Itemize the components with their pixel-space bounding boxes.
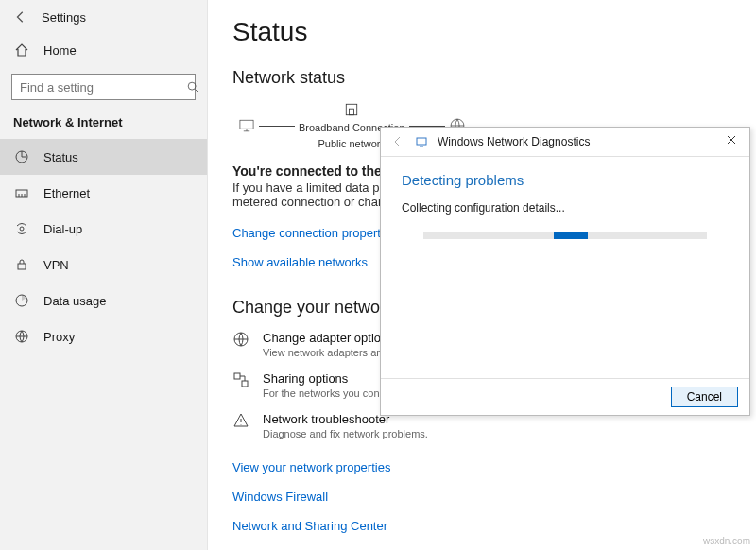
sidebar-item-label: Proxy	[43, 330, 75, 344]
page-title: Status	[232, 17, 731, 47]
sidebar-item-label: Status	[43, 150, 78, 164]
connection-line	[259, 126, 295, 127]
link-network-properties[interactable]: View your network properties	[232, 460, 390, 474]
sidebar-item-label: Ethernet	[43, 186, 90, 200]
progress-bar	[423, 232, 707, 239]
dialog-message: Collecting configuration details...	[402, 201, 729, 215]
back-icon[interactable]	[13, 9, 28, 25]
dialog-title-bar: Windows Network Diagnostics	[438, 135, 590, 148]
svg-rect-9	[350, 109, 354, 115]
watermark: wsxdn.com	[703, 536, 750, 546]
svg-point-3	[20, 227, 24, 231]
svg-rect-12	[234, 373, 240, 379]
search-input[interactable]	[12, 80, 186, 95]
network-status-heading: Network status	[232, 68, 731, 88]
sidebar: Settings Home Network & Internet Status …	[0, 0, 208, 550]
svg-rect-7	[240, 120, 253, 129]
link-windows-firewall[interactable]: Windows Firewall	[232, 490, 328, 504]
diagnostics-icon	[413, 133, 430, 150]
search-icon	[186, 80, 199, 94]
svg-rect-13	[242, 381, 248, 387]
option-sub: Diagnose and fix network problems.	[263, 428, 428, 439]
sidebar-item-label: Dial-up	[43, 222, 82, 236]
sidebar-item-label: Data usage	[43, 294, 107, 308]
sidebar-item-status[interactable]: Status	[0, 139, 207, 175]
progress-chunk	[554, 232, 588, 239]
nav-list: Status Ethernet Dial-up VPN Data usage P…	[0, 139, 207, 354]
cancel-button[interactable]: Cancel	[671, 387, 738, 407]
proxy-icon	[13, 328, 30, 345]
home-nav[interactable]: Home	[0, 34, 207, 66]
dialog-heading: Detecting problems	[402, 172, 729, 188]
svg-point-0	[188, 82, 196, 90]
diagnostics-dialog: Windows Network Diagnostics Detecting pr…	[380, 127, 750, 416]
dialup-icon	[13, 220, 30, 237]
settings-title: Settings	[42, 10, 86, 25]
svg-rect-8	[347, 104, 357, 114]
link-show-available-networks[interactable]: Show available networks	[232, 255, 368, 269]
sidebar-item-datausage[interactable]: Data usage	[0, 283, 207, 318]
section-label: Network & Internet	[0, 112, 207, 139]
data-usage-icon	[13, 292, 30, 309]
vpn-icon	[13, 256, 30, 273]
svg-rect-14	[417, 138, 426, 145]
svg-rect-4	[18, 264, 26, 269]
link-sharing-center[interactable]: Network and Sharing Center	[232, 519, 387, 533]
ethernet-icon	[13, 184, 30, 201]
warning-icon	[232, 412, 249, 429]
home-icon	[13, 42, 30, 59]
home-label: Home	[43, 43, 77, 58]
close-icon[interactable]	[721, 133, 742, 146]
link-change-connection-properties[interactable]: Change connection properties	[232, 226, 396, 240]
status-icon	[13, 148, 30, 165]
sidebar-item-ethernet[interactable]: Ethernet	[0, 175, 207, 211]
network-type: Public network	[318, 138, 386, 150]
adapter-icon	[232, 331, 249, 348]
sidebar-item-proxy[interactable]: Proxy	[0, 318, 207, 354]
router-icon	[343, 101, 360, 118]
dialog-back-icon[interactable]	[390, 136, 405, 147]
sidebar-item-label: VPN	[43, 258, 69, 272]
sidebar-item-dialup[interactable]: Dial-up	[0, 211, 207, 247]
computer-icon	[238, 117, 255, 134]
sharing-icon	[232, 371, 249, 388]
search-box[interactable]	[11, 74, 196, 100]
option-troubleshooter[interactable]: Network troubleshooter Diagnose and fix …	[232, 412, 731, 439]
sidebar-item-vpn[interactable]: VPN	[0, 247, 207, 283]
